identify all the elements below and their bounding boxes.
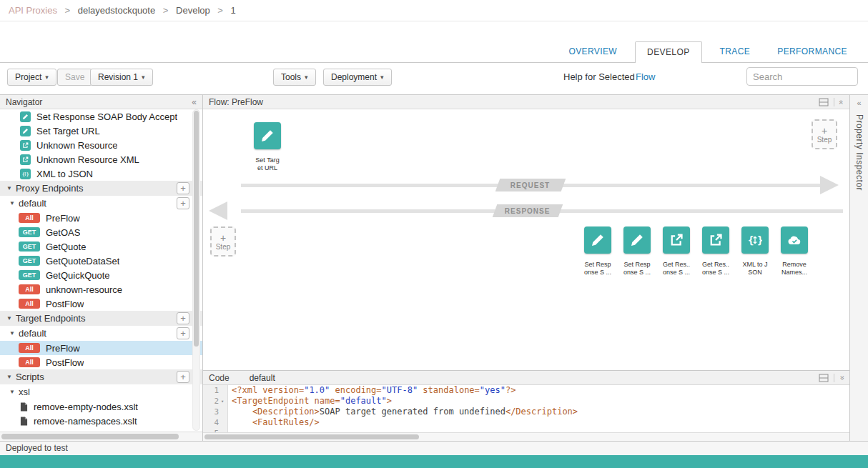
collapse-triangle-icon: ▼ [6,374,12,380]
add-step-button-response[interactable]: + Step [210,226,236,257]
flow-item-getquickquote[interactable]: GET GetQuickQuote [0,268,202,282]
status-bar: Deployed to test [0,441,868,455]
resource-arrow-icon [20,140,31,151]
add-target-flow-button[interactable]: + [177,327,189,339]
request-ribbon: REQUEST [495,179,566,191]
split-panel-icon[interactable] [819,98,829,106]
project-menu-button[interactable]: Project▾ [7,69,56,86]
policy-item-unknown-resource-xml[interactable]: Unknown Resource XML [0,152,202,166]
save-button[interactable]: Save [57,69,92,86]
add-conditional-flow-button[interactable]: + [177,197,189,209]
add-script-button[interactable]: + [177,371,189,383]
code-editor[interactable]: 1 2▾ 3 4 5▾ <?xml version="1.0" encoding… [203,385,849,432]
script-file-remove-empty-nodes[interactable]: remove-empty-nodes.xslt [0,399,202,414]
flow-item-proxy-postflow[interactable]: All PostFlow [0,297,202,311]
step-label: XML to JSON [734,261,776,277]
add-step-button-request[interactable]: + Step [812,119,837,149]
flow-item-target-postflow[interactable]: All PostFlow [0,355,202,369]
method-badge-all: All [19,213,40,223]
flow-item-getoas[interactable]: GET GetOAS [0,225,202,239]
navigator-title: Navigator [6,97,42,107]
collapse-flow-panel-icon[interactable]: « [837,99,846,104]
flow-item-target-preflow-selected[interactable]: All PreFlow [0,341,202,355]
section-scripts[interactable]: ▼ Scripts + [0,369,202,384]
breadcrumb-revision[interactable]: 1 [231,5,236,16]
step-label: Set Target URL [247,156,288,172]
script-file-remove-namespaces[interactable]: remove-namespaces.xslt [0,414,202,428]
breadcrumb-separator: > [163,5,169,16]
flow-item-getquotedataset[interactable]: GET GetQuoteDataSet [0,254,202,268]
pencil-icon [623,226,651,254]
policy-item-xml-to-json[interactable]: {} XML to JSON [0,166,202,181]
divider [834,374,834,382]
flow-item-getquote[interactable]: GET GetQuote [0,239,202,254]
scrollbar-thumb[interactable] [1,434,179,439]
add-proxy-endpoint-button[interactable]: + [177,182,189,194]
target-endpoint-default-group[interactable]: ▼ default + [0,326,202,341]
code-panel: Code default « 1 2▾ 3 4 5▾ [203,370,849,441]
tab-performance[interactable]: PERFORMANCE [768,41,857,62]
deployment-menu-button[interactable]: Deployment▾ [323,69,392,86]
tools-menu-button[interactable]: Tools▾ [273,69,316,86]
help-for-selected-label: Help for Selected [563,71,635,82]
flow-item-unknown-resource[interactable]: All unknown-resource [0,282,202,297]
svg-text:}: } [757,234,762,246]
flow-header: Flow: PreFlow « [203,95,849,109]
deployment-status: Deployed to test [6,443,68,453]
app-window: API Proxies > delayedstockquote > Develo… [0,0,868,468]
code-title: Code [209,373,230,383]
flow-step-get-response-1[interactable]: Get Res..onse S ... [663,226,690,254]
method-badge-all: All [19,343,40,353]
deployment-menu-label: Deployment [331,72,377,82]
revision-menu-button[interactable]: Revision 1▾ [90,69,153,86]
tab-develop[interactable]: DEVELOP [635,41,702,63]
collapse-triangle-icon: ▼ [9,389,15,395]
flow-step-xml-to-json[interactable]: {} XML to JSON [741,226,769,254]
breadcrumb: API Proxies > delayedstockquote > Develo… [0,0,868,21]
split-panel-icon[interactable] [819,374,829,382]
collapse-triangle-icon: ▼ [6,315,12,322]
cloud-check-icon [781,226,808,254]
section-target-endpoints[interactable]: ▼ Target Endpoints + [0,311,202,326]
tab-bar: OVERVIEW DEVELOP TRACE PERFORMANCE [0,41,868,63]
step-label: Get Res..onse S ... [656,261,697,277]
breadcrumb-proxy-name[interactable]: delayedstockquote [78,5,155,16]
fold-icon[interactable]: ▾ [219,399,226,404]
scrollbar-thumb[interactable] [194,111,199,347]
expand-property-inspector-icon[interactable]: « [857,99,861,107]
proxy-endpoint-default-group[interactable]: ▼ default + [0,196,202,211]
tab-overview[interactable]: OVERVIEW [559,41,626,62]
code-content[interactable]: <?xml version="1.0" encoding="UTF-8" sta… [229,385,849,432]
tab-trace[interactable]: TRACE [711,41,760,62]
chevron-down-icon: ▾ [45,74,49,81]
step-label: Get Res..onse S ... [695,261,736,277]
policy-item-unknown-resource[interactable]: Unknown Resource [0,138,202,152]
add-target-endpoint-button[interactable]: + [177,312,189,324]
flow-step-get-response-2[interactable]: Get Res..onse S ... [702,226,729,254]
response-arrow-icon [209,201,227,220]
collapse-code-panel-icon[interactable]: « [837,375,846,379]
section-proxy-endpoints[interactable]: ▼ Proxy Endpoints + [0,181,202,196]
flow-item-proxy-preflow[interactable]: All PreFlow [0,211,202,225]
search-input[interactable] [746,67,858,86]
flow-canvas[interactable]: Set Target URL + Step REQUEST RESPONSE +… [203,109,849,370]
navigator-horizontal-scrollbar[interactable] [0,432,202,441]
code-horizontal-scrollbar[interactable] [203,432,849,441]
flow-step-remove-namespaces[interactable]: RemoveNames... [781,226,808,254]
step-label: RemoveNames... [774,261,815,277]
policy-item-set-target-url[interactable]: Set Target URL [0,124,202,138]
property-inspector-panel[interactable]: « Property Inspector [849,95,868,441]
code-tab-default[interactable]: default [250,373,275,383]
policy-item-set-response-soap-body-accept[interactable]: Set Response SOAP Body Accept [0,109,202,124]
navigator-vertical-scrollbar[interactable] [192,109,200,431]
flow-step-set-response-2[interactable]: Set Response S ... [623,226,651,254]
help-flow-link[interactable]: Flow [636,71,655,82]
scripts-xsl-group[interactable]: ▼ xsl [0,384,202,399]
code-line: <TargetEndpoint name="default"> [232,396,849,407]
breadcrumb-develop[interactable]: Develop [176,5,210,16]
collapse-navigator-icon[interactable]: « [192,97,197,107]
scrollbar-thumb[interactable] [204,434,419,439]
flow-step-set-response-1[interactable]: Set Response S ... [584,226,611,254]
breadcrumb-api-proxies[interactable]: API Proxies [9,5,57,16]
flow-step-set-target-url[interactable]: Set Target URL [254,122,281,149]
